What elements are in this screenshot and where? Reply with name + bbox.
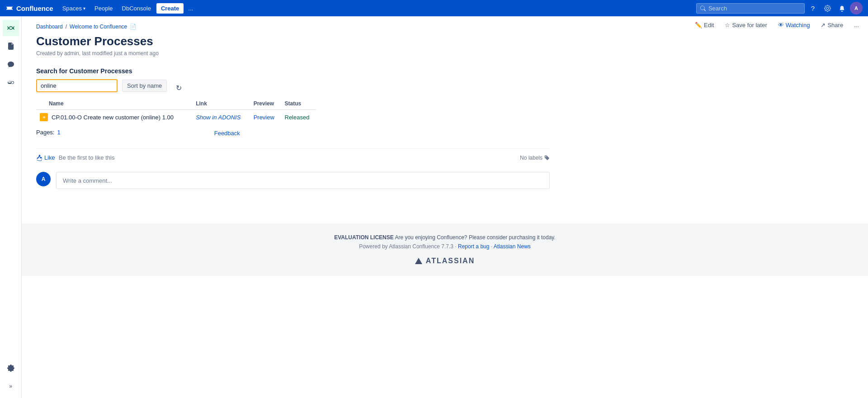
col-header-name: Name: [36, 98, 192, 110]
links-icon: [7, 79, 14, 86]
people-menu[interactable]: People: [91, 3, 116, 14]
refresh-icon[interactable]: ↻: [176, 84, 182, 92]
watching-button[interactable]: 👁 Watching: [774, 20, 814, 30]
more-button[interactable]: ...: [185, 3, 196, 14]
edit-label: Edit: [704, 22, 714, 28]
sidebar-home-icon[interactable]: [3, 20, 19, 36]
eye-icon: 👁: [778, 22, 784, 28]
people-label: People: [94, 5, 113, 12]
feedback-link[interactable]: Feedback: [214, 130, 240, 137]
settings-button[interactable]: [821, 2, 834, 14]
row-name-cell: ☀ CP.01.00-O Create new customer (online…: [36, 110, 192, 125]
no-labels-section: No labels: [520, 155, 550, 161]
page-title: Customer Processes: [36, 34, 550, 48]
share-icon: ↗: [821, 22, 826, 28]
breadcrumb: Dashboard / Welcome to Confluence 📄: [36, 24, 550, 30]
dbconsole-menu[interactable]: DbConsole: [118, 3, 155, 14]
share-button[interactable]: ↗ Share: [817, 20, 847, 30]
sort-by-name-button[interactable]: Sort by name: [122, 80, 167, 92]
sidebar-comments-icon[interactable]: [3, 56, 19, 72]
page-1-link[interactable]: 1: [57, 129, 60, 136]
show-in-adonis-link[interactable]: Show in ADONIS: [196, 114, 241, 121]
more-actions-button[interactable]: ...: [850, 20, 863, 30]
report-bug-link[interactable]: Report a bug: [458, 243, 489, 250]
spaces-menu[interactable]: Spaces ▾: [59, 3, 89, 14]
more-label: ...: [854, 22, 859, 28]
sidebar-links-icon[interactable]: [3, 74, 19, 90]
spaces-chevron: ▾: [83, 6, 85, 11]
top-navigation: Confluence Spaces ▾ People DbConsole Cre…: [0, 0, 868, 16]
col-header-preview: Preview: [250, 98, 281, 110]
save-later-label: Save for later: [732, 22, 767, 28]
left-sidebar: »: [0, 16, 22, 276]
save-for-later-button[interactable]: ☆ Save for later: [721, 20, 770, 30]
like-section: Like Be the first to like this No labels: [36, 148, 550, 161]
like-button[interactable]: Like: [36, 154, 55, 161]
row-preview-cell: Preview: [250, 110, 281, 125]
atlassian-news-link[interactable]: Atlassian News: [494, 243, 531, 250]
confluence-logo-icon: [5, 4, 14, 12]
atlassian-text: ATLASSIAN: [426, 257, 475, 265]
row-link-cell: Show in ADONIS: [192, 110, 250, 125]
create-button[interactable]: Create: [156, 3, 184, 14]
pages-icon: [7, 43, 14, 50]
home-icon: [7, 24, 15, 32]
watching-label: Watching: [786, 22, 810, 28]
eval-label: EVALUATION LICENSE: [334, 234, 394, 241]
preview-link[interactable]: Preview: [254, 114, 274, 121]
confluence-logo[interactable]: Confluence: [5, 4, 53, 12]
edit-button[interactable]: ✏️ Edit: [691, 20, 717, 30]
help-icon: ?: [811, 5, 815, 12]
user-avatar[interactable]: A: [850, 2, 863, 14]
dbconsole-label: DbConsole: [122, 5, 151, 12]
breadcrumb-dashboard[interactable]: Dashboard: [36, 24, 63, 30]
col-header-status: Status: [281, 98, 317, 110]
table-row: ☀ CP.01.00-O Create new customer (online…: [36, 110, 316, 125]
status-released: Released: [285, 114, 310, 121]
nav-right: ? A: [696, 2, 863, 14]
breadcrumb-page-icon: 📄: [130, 24, 137, 30]
search-section: Search for Customer Processes Sort by na…: [36, 67, 550, 137]
breadcrumb-sep1: /: [66, 24, 67, 30]
col-header-link: Link: [192, 98, 250, 110]
search-input[interactable]: [708, 5, 801, 12]
sidebar-pages-icon[interactable]: [3, 38, 19, 54]
comments-icon: [7, 61, 14, 68]
avatar-initials: A: [42, 176, 46, 182]
breadcrumb-welcome[interactable]: Welcome to Confluence: [70, 24, 127, 30]
comment-placeholder: Write a comment...: [63, 177, 112, 184]
star-icon: ☆: [725, 22, 730, 28]
gear-icon: [824, 5, 831, 12]
comment-input[interactable]: Write a comment...: [56, 172, 550, 189]
thumbs-up-icon: [36, 155, 42, 161]
row-status-cell: Released: [281, 110, 317, 125]
comment-section: A Write a comment...: [36, 172, 550, 189]
pages-row: Pages: 1 Feedback: [36, 129, 550, 137]
first-like-text: Be the first to like this: [59, 154, 115, 161]
atlassian-triangle-icon: [415, 258, 422, 264]
no-labels-text: No labels: [520, 155, 542, 161]
eval-text: Are you enjoying Confluence? Please cons…: [395, 234, 555, 241]
global-search[interactable]: [696, 3, 805, 14]
pages-label-row: Pages: 1: [36, 129, 61, 136]
footer-logo: ATLASSIAN: [29, 257, 861, 265]
notifications-button[interactable]: [835, 2, 848, 14]
main-content: Dashboard / Welcome to Confluence 📄 ✏️ E…: [22, 16, 564, 196]
page-meta: Created by admin, last modified just a m…: [36, 50, 550, 57]
like-label: Like: [44, 154, 55, 161]
footer-eval: EVALUATION LICENSE Are you enjoying Conf…: [29, 234, 861, 241]
logo-text: Confluence: [16, 5, 53, 12]
process-table: Name Link Preview Status ☀ CP.01.00-O Cr…: [36, 98, 316, 124]
spaces-label: Spaces: [62, 5, 82, 12]
pages-label: Pages:: [36, 129, 54, 136]
search-icon: [700, 5, 706, 11]
process-search-input[interactable]: [36, 79, 118, 92]
label-icon: [544, 155, 550, 161]
process-name: CP.01.00-O Create new customer (online) …: [52, 114, 174, 121]
search-controls: Sort by name: [36, 79, 167, 92]
help-button[interactable]: ?: [807, 2, 819, 14]
footer-powered: Powered by Atlassian Confluence 7.7.3 · …: [29, 243, 861, 250]
process-icon: ☀: [40, 113, 48, 121]
powered-text: Powered by Atlassian Confluence 7.7.3: [359, 243, 453, 250]
page-footer: EVALUATION LICENSE Are you enjoying Conf…: [22, 223, 868, 276]
